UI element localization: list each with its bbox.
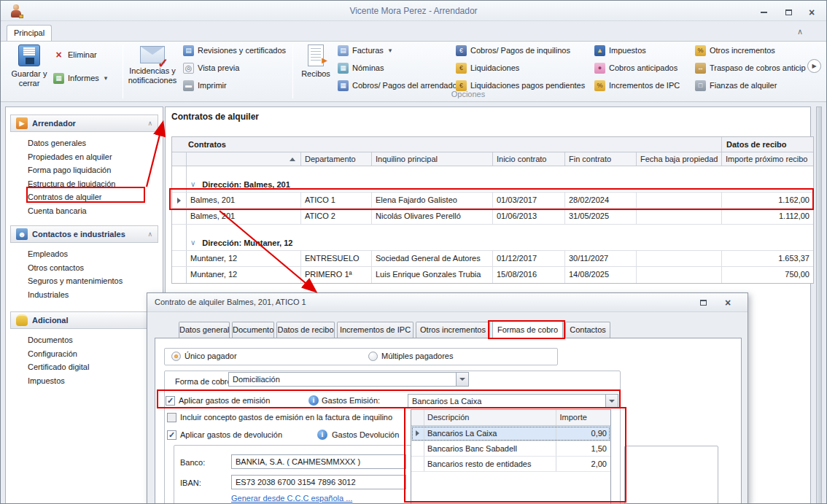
print-button[interactable]: ▬ Imprimir <box>183 78 227 93</box>
return-costs-panel <box>624 446 718 504</box>
popup-row[interactable]: Bancarios Banc Sabadell 1,50 <box>411 441 610 457</box>
header-importe[interactable]: Importe próximo recibo <box>722 152 813 166</box>
tab-contactos[interactable]: Contactos <box>565 322 610 338</box>
dialog-restore-button[interactable] <box>695 297 711 309</box>
sidebar-item-datos-generales[interactable]: Datos generales <box>6 136 163 150</box>
tab-principal[interactable]: Principal <box>7 25 52 42</box>
reports-label: Informes <box>68 74 99 82</box>
floppy-icon <box>18 44 40 66</box>
invoices-button[interactable]: ▤ Facturas ▾ <box>338 43 392 58</box>
grid-spacer <box>172 166 813 177</box>
reports-button[interactable]: ▦ Informes ▾ <box>53 71 107 85</box>
cell-fecha-baja <box>637 251 722 266</box>
table-row[interactable]: Balmes, 201 ATICO 1 Elena Fajardo Galist… <box>172 193 813 209</box>
preview-button[interactable]: ◎ Vista previa <box>183 61 239 75</box>
sidebar-item-industriales[interactable]: Industriales <box>6 288 163 302</box>
tab-datos-generales[interactable]: Datos generales <box>179 322 230 338</box>
payment-method-select[interactable]: Domiciliación <box>228 372 469 387</box>
table-row[interactable]: Muntaner, 12 ENTRESUELO Sociedad General… <box>172 251 813 267</box>
header-departamento[interactable]: Departamento <box>301 152 372 166</box>
chevron-down-icon[interactable] <box>605 395 618 408</box>
header-fin[interactable]: Fin contrato <box>565 152 637 166</box>
taxes-button[interactable]: ▲ Impuestos <box>594 43 646 58</box>
popup-cell-importe: 0,90 <box>556 426 610 441</box>
table-row[interactable]: Balmes, 201 ATICO 2 Nicolás Olivares Per… <box>172 209 813 225</box>
mail-check-icon <box>140 46 165 63</box>
ribbon-scroll-right-button[interactable]: ▶ <box>807 59 821 73</box>
header-direccion[interactable] <box>187 152 301 166</box>
check-icon: ✓ <box>168 431 175 439</box>
info-icon: i <box>308 395 319 406</box>
tab-datos-recibo[interactable]: Datos de recibo <box>276 322 335 338</box>
sidebar-item-empleados[interactable]: Empleados <box>6 247 163 261</box>
sidebar-group-label: Contactos e industriales <box>32 230 125 239</box>
sidebar-item-otros-contactos[interactable]: Otros contactos <box>6 261 163 275</box>
header-inquilino[interactable]: Inquilino principal <box>372 152 493 166</box>
apply-return-costs-checkbox[interactable]: ✓ <box>167 430 176 440</box>
sidebar-item-cuenta-bancaria[interactable]: Cuenta bancaria <box>6 204 163 218</box>
ipc-increments-label: Incrementos de IPC <box>609 81 680 90</box>
iban-field[interactable]: ES73 2038 6700 3154 7896 3012 <box>231 475 406 489</box>
revisions-button[interactable]: ▤ Revisiones y certificados <box>183 43 286 58</box>
include-concept-checkbox[interactable] <box>167 413 176 422</box>
sidebar-group-arrendador[interactable]: ▶ Arrendador ∧ <box>10 115 158 132</box>
sidebar-item-forma-pago[interactable]: Forma pago liquidación <box>6 163 163 177</box>
cell-departamento: ENTRESUELO <box>301 251 372 266</box>
deposits-button[interactable]: □ Fianzas de alquiler <box>695 78 777 93</box>
apply-return-costs-label: Aplicar gastos de devolución <box>180 430 282 440</box>
sidebar-item-estructura[interactable]: Estructura de liquidación <box>6 177 163 191</box>
apply-issue-costs-label: Aplicar gastos de emisión <box>179 395 270 406</box>
sidebar-group-adicional[interactable]: Adicional ∧ <box>10 311 158 329</box>
tab-documentos[interactable]: Documentos <box>232 322 274 338</box>
sidebar-item-certificado[interactable]: Certificado digital <box>6 360 163 374</box>
cell-direccion: Balmes, 201 <box>187 209 301 224</box>
cell-inquilino: Sociedad General de Autores <box>372 251 493 266</box>
save-close-button[interactable]: Guardar y cerrar <box>8 44 50 100</box>
chevron-down-icon[interactable] <box>456 373 468 386</box>
group-expanded-icon: ∨ <box>187 177 199 192</box>
include-concept-label: Incluir concepto gastos de emisión en la… <box>180 412 392 422</box>
sidebar-item-seguros[interactable]: Seguros y mantenimientos <box>6 274 163 288</box>
ribbon-collapse-icon[interactable]: ∧ <box>797 27 803 36</box>
popup-header-descripcion[interactable]: Descripción <box>424 410 556 425</box>
close-button[interactable]: × <box>803 6 820 18</box>
settlements-button[interactable]: € Liquidaciones <box>456 61 519 75</box>
table-row[interactable]: Muntaner, 12 PRIMERO 1ª Luis Enrique Gon… <box>172 267 813 283</box>
issue-costs-select[interactable]: Bancarios La Caixa <box>408 394 618 408</box>
popup-header-importe[interactable]: Importe <box>556 410 610 425</box>
other-increments-button[interactable]: % Otros incrementos <box>695 43 775 58</box>
receipts-label: Recibos <box>301 69 330 79</box>
header-fecha-baja[interactable]: Fecha baja propiedad <box>637 152 722 166</box>
sidebar-item-documentos[interactable]: Documentos <box>6 333 163 347</box>
delete-button[interactable]: × Eliminar <box>53 47 97 62</box>
sidebar-group-contactos[interactable]: ☻ Contactos e industriales ∧ <box>10 225 158 243</box>
bank-field[interactable]: BANKIA, S.A. ( CAHMESMMXXX ) <box>231 454 406 469</box>
sidebar-item-propiedades[interactable]: Propiedades en alquiler <box>6 150 163 164</box>
multiple-payer-radio[interactable] <box>368 352 378 361</box>
sidebar-item-impuestos[interactable]: Impuestos <box>6 374 163 388</box>
incidents-button[interactable]: Incidencias y notificaciones <box>125 43 179 98</box>
tenant-payments-button[interactable]: € Cobros/ Pagos de inquilinos <box>456 43 570 58</box>
payrolls-button[interactable]: ▦ Nóminas <box>338 61 384 75</box>
scrollbar-strip[interactable] <box>816 106 822 504</box>
sort-asc-icon <box>290 158 295 161</box>
popup-row[interactable]: Bancarios resto de entidades 2,00 <box>411 457 610 472</box>
tab-incrementos-ipc[interactable]: Incrementos de IPC <box>337 322 414 338</box>
dialog-close-button[interactable]: × <box>720 297 736 309</box>
tab-formas-de-cobro[interactable]: Formas de cobro <box>492 321 563 338</box>
group-row-muntaner[interactable]: ∨ Dirección: Muntaner, 12 <box>172 236 813 251</box>
group-row-balmes[interactable]: ∨ Dirección: Balmes, 201 <box>172 177 813 193</box>
sidebar-item-configuracion[interactable]: Configuración <box>6 347 163 361</box>
restore-button[interactable] <box>780 6 797 18</box>
sidebar-item-contratos-alquiler[interactable]: Contratos de alquiler <box>6 190 163 204</box>
popup-row[interactable]: Bancarios La Caixa 0,90 <box>411 426 610 441</box>
tab-otros-incrementos[interactable]: Otros incrementos <box>416 322 490 338</box>
apply-issue-costs-checkbox[interactable]: ✓ <box>166 396 175 406</box>
single-payer-radio[interactable] <box>171 352 181 361</box>
header-inicio[interactable]: Inicio contrato <box>493 152 565 166</box>
generate-iban-link[interactable]: Generar desde C.C.C española ... <box>231 494 352 503</box>
minimize-button[interactable] <box>755 6 772 18</box>
band-contratos: Contratos <box>172 137 722 152</box>
advance-transfer-button[interactable]: ↔ Traspaso de cobros anticipados <box>695 61 806 75</box>
advance-collections-button[interactable]: ● Cobros anticipados <box>594 61 677 75</box>
